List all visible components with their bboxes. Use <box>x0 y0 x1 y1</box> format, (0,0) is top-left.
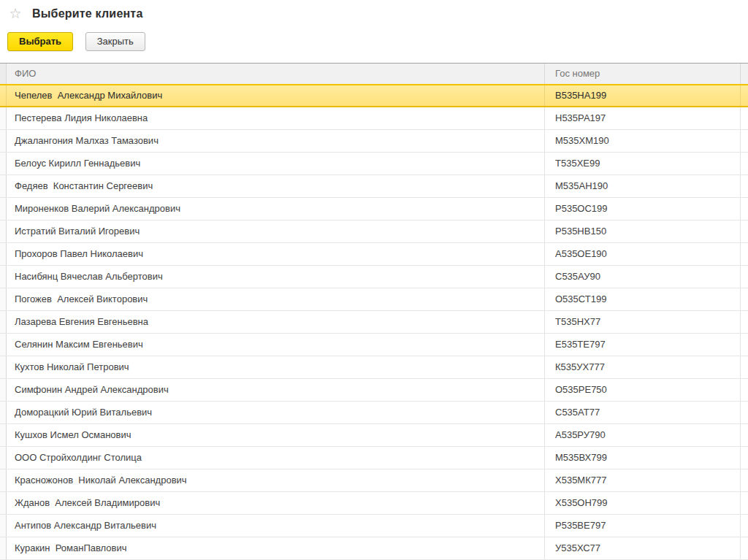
cell-fio: ООО Стройхолдинг Столица <box>7 447 545 469</box>
row-gutter <box>0 198 7 220</box>
cell-gos-nomer: К535УХ777 <box>545 356 741 378</box>
row-tail <box>741 198 748 220</box>
cell-fio: Селянин Максим Евгеньевич <box>7 334 545 356</box>
cell-gos-nomer: У535ХС77 <box>545 537 741 559</box>
cell-gos-nomer: Т535НХ77 <box>545 311 741 333</box>
row-gutter <box>0 243 7 265</box>
cell-gos-nomer: Н535РА197 <box>545 107 741 129</box>
table-row[interactable]: Жданов Алексей ВладимировичХ535ОН799 <box>0 492 748 515</box>
row-tail <box>741 334 748 356</box>
table-row[interactable]: Доморацкий Юрий ВитальевичС535АТ77 <box>0 402 748 424</box>
row-tail <box>741 130 748 152</box>
row-gutter <box>0 85 7 106</box>
cell-fio: Симфонин Андрей Александрович <box>7 379 545 401</box>
cell-gos-nomer: О535РЕ750 <box>545 379 741 401</box>
table-row[interactable]: Истратий Виталий ИгоревичР535НВ150 <box>0 220 748 243</box>
cell-fio: Кухтов Николай Петрович <box>7 356 545 378</box>
row-tail <box>741 402 748 423</box>
header-gutter <box>0 64 7 84</box>
cell-gos-nomer: В535НА199 <box>545 85 741 106</box>
cell-gos-nomer: Р535ВЕ797 <box>545 515 741 537</box>
cell-fio: Федяев Константин Сергеевич <box>7 175 545 197</box>
table-row[interactable]: Насибянц Вячеслав АльбертовичС535АУ90 <box>0 266 748 288</box>
row-tail <box>741 379 748 401</box>
row-gutter <box>0 469 7 491</box>
row-tail <box>741 107 748 129</box>
row-gutter <box>0 311 7 333</box>
toolbar: Выбрать Закрыть <box>7 32 145 53</box>
close-button[interactable]: Закрыть <box>85 32 145 51</box>
table-row[interactable]: Куракин РоманПавловичУ535ХС77 <box>0 537 748 560</box>
cell-fio: Лазарева Евгения Евгеньевна <box>7 311 545 333</box>
table-body: Чепелев Александр МихайловичВ535НА199Пес… <box>0 84 748 560</box>
row-tail <box>741 266 748 288</box>
cell-fio: Истратий Виталий Игоревич <box>7 220 545 242</box>
table-header-row: ФИО Гос номер <box>0 64 748 85</box>
row-tail <box>741 243 748 265</box>
cell-gos-nomer: М535ВХ799 <box>545 447 741 469</box>
row-tail <box>741 469 748 491</box>
row-gutter <box>0 107 7 129</box>
row-gutter <box>0 220 7 242</box>
table-row[interactable]: Белоус Кирилл ГеннадьевичТ535ХЕ99 <box>0 153 748 175</box>
row-tail <box>741 85 748 106</box>
clients-table: ФИО Гос номер Чепелев Александр Михайлов… <box>0 63 748 560</box>
cell-gos-nomer: С535АУ90 <box>545 266 741 288</box>
row-gutter <box>0 130 7 152</box>
favorite-star-icon[interactable]: ☆ <box>7 6 23 22</box>
row-tail <box>741 447 748 469</box>
cell-fio: Куракин РоманПавлович <box>7 537 545 559</box>
table-row[interactable]: Антипов Александр ВитальевичР535ВЕ797 <box>0 515 748 537</box>
table-row[interactable]: Федяев Константин СергеевичМ535АН190 <box>0 175 748 198</box>
title-bar: ☆ Выберите клиента <box>0 0 748 29</box>
row-gutter <box>0 266 7 288</box>
table-row[interactable]: Джалангония Малхаз ТамазовичМ535ХМ190 <box>0 130 748 153</box>
row-gutter <box>0 379 7 401</box>
cell-gos-nomer: Х535МК777 <box>545 469 741 491</box>
select-button[interactable]: Выбрать <box>7 32 73 51</box>
cell-gos-nomer: М535ХМ190 <box>545 130 741 152</box>
column-header-fio[interactable]: ФИО <box>7 64 545 84</box>
cell-fio: Джалангония Малхаз Тамазович <box>7 130 545 152</box>
cell-fio: Мироненков Валерий Александрович <box>7 198 545 220</box>
table-row[interactable]: Селянин Максим ЕвгеньевичЕ535ТЕ797 <box>0 334 748 356</box>
row-gutter <box>0 447 7 469</box>
cell-fio: Пестерева Лидия Николаевна <box>7 107 545 129</box>
cell-fio: Жданов Алексей Владимирович <box>7 492 545 514</box>
table-row[interactable]: Кухтов Николай ПетровичК535УХ777 <box>0 356 748 379</box>
table-row-selected[interactable]: Чепелев Александр МихайловичВ535НА199 <box>0 84 748 107</box>
table-row[interactable]: Красножонов Николай АлександровичХ535МК7… <box>0 469 748 492</box>
row-gutter <box>0 334 7 356</box>
cell-fio: Антипов Александр Витальевич <box>7 515 545 537</box>
cell-fio: Красножонов Николай Александрович <box>7 469 545 491</box>
cell-gos-nomer: Т535ХЕ99 <box>545 153 741 174</box>
row-tail <box>741 288 748 310</box>
row-gutter <box>0 288 7 310</box>
cell-fio: Прохоров Павел Николаевич <box>7 243 545 265</box>
table-row[interactable]: Прохоров Павел НиколаевичА535ОЕ190 <box>0 243 748 266</box>
column-header-gos-nomer[interactable]: Гос номер <box>545 64 741 84</box>
row-tail <box>741 175 748 197</box>
header-tail <box>741 64 748 84</box>
row-tail <box>741 153 748 174</box>
table-row[interactable]: Лазарева Евгения ЕвгеньевнаТ535НХ77 <box>0 311 748 334</box>
row-tail <box>741 311 748 333</box>
table-row[interactable]: Погожев Алексей ВикторовичО535СТ199 <box>0 288 748 311</box>
cell-fio: Белоус Кирилл Геннадьевич <box>7 153 545 174</box>
row-gutter <box>0 356 7 378</box>
table-row[interactable]: Мироненков Валерий АлександровичР535ОС19… <box>0 198 748 220</box>
row-gutter <box>0 402 7 423</box>
cell-fio: Насибянц Вячеслав Альбертович <box>7 266 545 288</box>
cell-gos-nomer: М535АН190 <box>545 175 741 197</box>
cell-gos-nomer: Р535ОС199 <box>545 198 741 220</box>
table-row[interactable]: Кушхов Исмел ОсмановичА535РУ790 <box>0 424 748 447</box>
row-tail <box>741 515 748 537</box>
row-tail <box>741 537 748 559</box>
row-gutter <box>0 537 7 559</box>
row-tail <box>741 492 748 514</box>
table-row[interactable]: Симфонин Андрей АлександровичО535РЕ750 <box>0 379 748 402</box>
table-row[interactable]: Пестерева Лидия НиколаевнаН535РА197 <box>0 107 748 130</box>
cell-fio: Доморацкий Юрий Витальевич <box>7 402 545 423</box>
cell-gos-nomer: Р535НВ150 <box>545 220 741 242</box>
table-row[interactable]: ООО Стройхолдинг СтолицаМ535ВХ799 <box>0 447 748 469</box>
